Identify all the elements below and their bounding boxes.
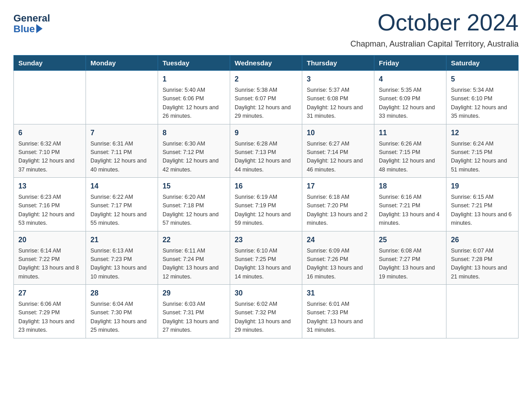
day-info: Sunrise: 6:32 AMSunset: 7:10 PMDaylight:… [18, 140, 81, 175]
day-cell: 17Sunrise: 6:18 AMSunset: 7:20 PMDayligh… [302, 178, 374, 231]
week-row-5: 27Sunrise: 6:06 AMSunset: 7:29 PMDayligh… [14, 285, 519, 338]
day-info: Sunrise: 6:06 AMSunset: 7:29 PMDaylight:… [18, 300, 81, 335]
day-number: 21 [90, 235, 153, 245]
day-info: Sunrise: 5:40 AMSunset: 6:06 PMDaylight:… [163, 86, 225, 121]
header-sunday: Sunday [14, 56, 86, 71]
day-info: Sunrise: 6:20 AMSunset: 7:18 PMDaylight:… [163, 193, 225, 228]
day-info: Sunrise: 5:35 AMSunset: 6:09 PMDaylight:… [379, 86, 442, 121]
day-number: 16 [235, 181, 297, 192]
day-number: 20 [18, 235, 81, 245]
day-cell: 12Sunrise: 6:24 AMSunset: 7:15 PMDayligh… [446, 124, 519, 178]
day-number: 17 [307, 181, 369, 192]
day-info: Sunrise: 5:37 AMSunset: 6:08 PMDaylight:… [307, 86, 369, 121]
day-number: 23 [235, 235, 297, 245]
day-info: Sunrise: 6:04 AMSunset: 7:30 PMDaylight:… [90, 300, 153, 335]
day-number: 3 [307, 74, 369, 85]
day-number: 1 [163, 74, 225, 85]
logo-blue-text: Blue [13, 23, 43, 35]
day-info: Sunrise: 6:07 AMSunset: 7:28 PMDaylight:… [451, 247, 514, 282]
day-number: 29 [163, 288, 225, 299]
day-number: 25 [379, 235, 442, 245]
day-cell: 27Sunrise: 6:06 AMSunset: 7:29 PMDayligh… [14, 285, 86, 338]
day-cell: 2Sunrise: 5:38 AMSunset: 6:07 PMDaylight… [230, 71, 302, 124]
day-number: 2 [235, 74, 297, 85]
day-info: Sunrise: 6:19 AMSunset: 7:19 PMDaylight:… [235, 193, 297, 228]
week-row-3: 13Sunrise: 6:23 AMSunset: 7:16 PMDayligh… [14, 178, 519, 231]
day-info: Sunrise: 6:30 AMSunset: 7:12 PMDaylight:… [163, 140, 225, 175]
day-info: Sunrise: 6:13 AMSunset: 7:23 PMDaylight:… [90, 247, 153, 282]
logo: General Blue [13, 9, 50, 35]
day-number: 24 [307, 235, 369, 245]
day-info: Sunrise: 6:08 AMSunset: 7:27 PMDaylight:… [379, 247, 442, 282]
day-info: Sunrise: 6:31 AMSunset: 7:11 PMDaylight:… [90, 140, 153, 175]
day-info: Sunrise: 6:14 AMSunset: 7:22 PMDaylight:… [18, 247, 81, 282]
day-cell: 7Sunrise: 6:31 AMSunset: 7:11 PMDaylight… [86, 124, 158, 178]
day-number: 11 [379, 128, 442, 138]
day-number: 27 [18, 288, 81, 299]
header-thursday: Thursday [302, 56, 374, 71]
day-info: Sunrise: 6:22 AMSunset: 7:17 PMDaylight:… [90, 193, 153, 228]
day-info: Sunrise: 6:24 AMSunset: 7:15 PMDaylight:… [451, 140, 514, 175]
day-cell: 6Sunrise: 6:32 AMSunset: 7:10 PMDaylight… [14, 124, 86, 178]
logo-general-text: General [13, 13, 50, 23]
day-number: 22 [163, 235, 225, 245]
day-cell [446, 285, 519, 338]
day-info: Sunrise: 6:02 AMSunset: 7:32 PMDaylight:… [235, 300, 297, 335]
day-cell [374, 285, 446, 338]
day-cell: 25Sunrise: 6:08 AMSunset: 7:27 PMDayligh… [374, 231, 446, 285]
day-number: 12 [451, 128, 514, 138]
header-wednesday: Wednesday [230, 56, 302, 71]
header-saturday: Saturday [446, 56, 519, 71]
day-cell: 8Sunrise: 6:30 AMSunset: 7:12 PMDaylight… [158, 124, 230, 178]
day-cell: 31Sunrise: 6:01 AMSunset: 7:33 PMDayligh… [302, 285, 374, 338]
week-row-2: 6Sunrise: 6:32 AMSunset: 7:10 PMDaylight… [14, 124, 519, 178]
day-cell: 16Sunrise: 6:19 AMSunset: 7:19 PMDayligh… [230, 178, 302, 231]
day-info: Sunrise: 6:15 AMSunset: 7:21 PMDaylight:… [451, 193, 514, 228]
day-info: Sunrise: 6:28 AMSunset: 7:13 PMDaylight:… [235, 140, 297, 175]
day-number: 10 [307, 128, 369, 138]
day-cell: 3Sunrise: 5:37 AMSunset: 6:08 PMDaylight… [302, 71, 374, 124]
day-cell: 4Sunrise: 5:35 AMSunset: 6:09 PMDaylight… [374, 71, 446, 124]
day-number: 7 [90, 128, 153, 138]
week-row-1: 1Sunrise: 5:40 AMSunset: 6:06 PMDaylight… [14, 71, 519, 124]
day-number: 28 [90, 288, 153, 299]
day-cell: 29Sunrise: 6:03 AMSunset: 7:31 PMDayligh… [158, 285, 230, 338]
day-cell: 20Sunrise: 6:14 AMSunset: 7:22 PMDayligh… [14, 231, 86, 285]
day-number: 6 [18, 128, 81, 138]
month-title: October 2024 [378, 9, 519, 36]
day-info: Sunrise: 6:03 AMSunset: 7:31 PMDaylight:… [163, 300, 225, 335]
day-info: Sunrise: 6:10 AMSunset: 7:25 PMDaylight:… [235, 247, 297, 282]
day-number: 9 [235, 128, 297, 138]
day-cell: 13Sunrise: 6:23 AMSunset: 7:16 PMDayligh… [14, 178, 86, 231]
day-cell: 15Sunrise: 6:20 AMSunset: 7:18 PMDayligh… [158, 178, 230, 231]
day-info: Sunrise: 6:11 AMSunset: 7:24 PMDaylight:… [163, 247, 225, 282]
day-cell: 23Sunrise: 6:10 AMSunset: 7:25 PMDayligh… [230, 231, 302, 285]
day-info: Sunrise: 6:27 AMSunset: 7:14 PMDaylight:… [307, 140, 369, 175]
day-number: 5 [451, 74, 514, 85]
day-cell: 5Sunrise: 5:34 AMSunset: 6:10 PMDaylight… [446, 71, 519, 124]
day-cell: 1Sunrise: 5:40 AMSunset: 6:06 PMDaylight… [158, 71, 230, 124]
day-info: Sunrise: 6:01 AMSunset: 7:33 PMDaylight:… [307, 300, 369, 335]
day-cell: 11Sunrise: 6:26 AMSunset: 7:15 PMDayligh… [374, 124, 446, 178]
day-cell: 28Sunrise: 6:04 AMSunset: 7:30 PMDayligh… [86, 285, 158, 338]
day-number: 26 [451, 235, 514, 245]
day-number: 14 [90, 181, 153, 192]
header-monday: Monday [86, 56, 158, 71]
calendar-table: SundayMondayTuesdayWednesdayThursdayFrid… [13, 55, 519, 338]
calendar-header-row: SundayMondayTuesdayWednesdayThursdayFrid… [14, 56, 519, 71]
day-number: 18 [379, 181, 442, 192]
header: General Blue October 2024 [13, 9, 519, 36]
header-tuesday: Tuesday [158, 56, 230, 71]
day-number: 15 [163, 181, 225, 192]
title-block: October 2024 [378, 9, 519, 36]
day-info: Sunrise: 6:23 AMSunset: 7:16 PMDaylight:… [18, 193, 81, 228]
day-cell [14, 71, 86, 124]
day-cell: 19Sunrise: 6:15 AMSunset: 7:21 PMDayligh… [446, 178, 519, 231]
day-info: Sunrise: 6:16 AMSunset: 7:21 PMDaylight:… [379, 193, 442, 228]
day-info: Sunrise: 6:09 AMSunset: 7:26 PMDaylight:… [307, 247, 369, 282]
day-info: Sunrise: 6:18 AMSunset: 7:20 PMDaylight:… [307, 193, 369, 228]
day-info: Sunrise: 6:26 AMSunset: 7:15 PMDaylight:… [379, 140, 442, 175]
day-number: 13 [18, 181, 81, 192]
day-info: Sunrise: 5:34 AMSunset: 6:10 PMDaylight:… [451, 86, 514, 121]
day-number: 30 [235, 288, 297, 299]
